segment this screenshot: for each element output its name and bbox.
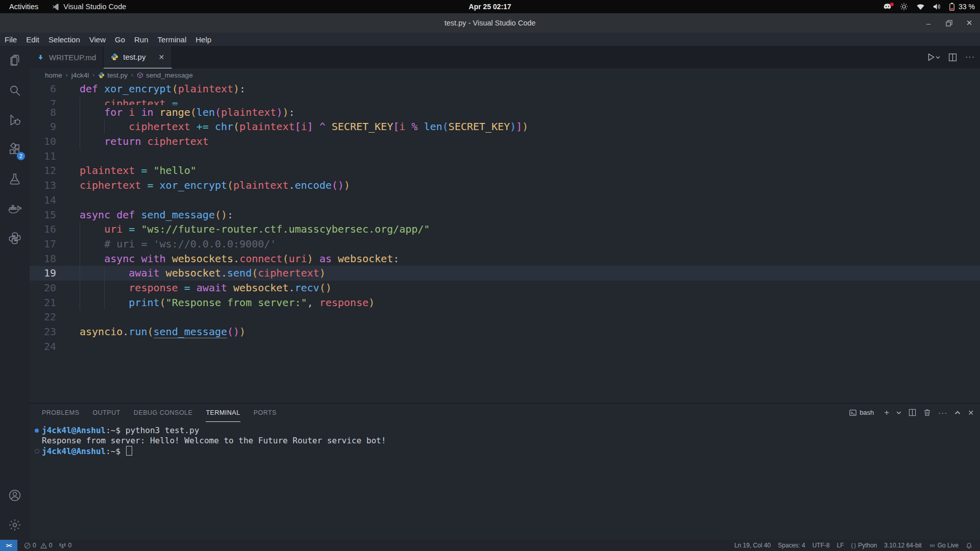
menu-item-edit[interactable]: Edit — [21, 33, 44, 46]
terminal-text: python3 test.py — [126, 425, 200, 435]
panel-tab-debug-console[interactable]: DEBUG CONSOLE — [134, 404, 193, 422]
code-line-24[interactable]: 24 — [30, 339, 980, 354]
close-window-button[interactable]: ✕ — [963, 16, 976, 30]
wifi-icon[interactable] — [916, 4, 925, 10]
more-actions-button[interactable]: ··· — [965, 53, 975, 62]
code-line-19[interactable]: 19 await websocket.send(ciphertext) — [30, 266, 980, 281]
panel-tab-problems[interactable]: PROBLEMS — [42, 404, 79, 422]
tab-test.py[interactable]: test.py✕ — [104, 46, 172, 68]
panel-tab-terminal[interactable]: TERMINAL — [206, 404, 240, 422]
terminal-output[interactable]: j4ck4l@Anshul:~$ python3 test.pyResponse… — [30, 421, 980, 540]
notifications-bell[interactable] — [962, 542, 976, 549]
token — [98, 83, 104, 95]
encoding-setting[interactable]: UTF-8 — [808, 542, 833, 549]
code-line-13[interactable]: 13ciphertext = xor_encrypt(plaintext.enc… — [30, 178, 980, 193]
code-line-16[interactable]: 16 uri = "ws://future-router.ctf.umasscy… — [30, 222, 980, 237]
line-number: 15 — [30, 208, 56, 222]
code-line-10[interactable]: 10 return ciphertext — [30, 134, 980, 149]
token: websocket — [166, 267, 221, 279]
code-line-14[interactable]: 14 — [30, 193, 980, 208]
terminal-shell-label[interactable]: bash — [849, 409, 874, 416]
testing-beaker-icon[interactable] — [0, 164, 30, 194]
code-line-18[interactable]: 18 async with websockets.connect(uri) as… — [30, 252, 980, 266]
minimize-button[interactable]: – — [922, 16, 935, 30]
eol-setting[interactable]: LF — [833, 542, 847, 549]
code-line-9[interactable]: 9 ciphertext += chr(plaintext[i] ^ SECRE… — [30, 119, 980, 134]
settings-gear-icon[interactable] — [0, 510, 30, 540]
panel-tab-ports[interactable]: PORTS — [254, 404, 277, 422]
code-line-7[interactable]: 7 ciphertext = — [30, 96, 980, 105]
python-interpreter[interactable]: 3.10.12 64-bit — [880, 542, 925, 549]
remote-indicator[interactable]: >< — [0, 540, 17, 551]
breadcrumb-symbol[interactable]: send_message — [137, 71, 193, 79]
token — [178, 282, 184, 294]
close-panel-button[interactable]: ✕ — [968, 409, 974, 417]
run-python-file-button[interactable] — [926, 53, 940, 62]
panel-tab-output[interactable]: OUTPUT — [92, 404, 120, 422]
token: recv — [295, 282, 319, 294]
indent-guide — [80, 105, 80, 120]
code-line-23[interactable]: 23asyncio.run(send_message()) — [30, 324, 980, 339]
restore-button[interactable] — [942, 16, 955, 30]
breadcrumb-file[interactable]: test.py — [98, 71, 128, 79]
account-icon[interactable] — [0, 481, 30, 510]
explorer-icon[interactable] — [0, 46, 30, 76]
brightness-icon[interactable] — [900, 3, 908, 11]
menu-item-run[interactable]: Run — [130, 33, 153, 46]
breadcrumb-home[interactable]: home — [45, 71, 62, 79]
token: [ — [295, 120, 301, 133]
token: plaintext — [178, 83, 233, 95]
run-debug-icon[interactable] — [0, 105, 30, 135]
menu-item-selection[interactable]: Selection — [44, 33, 85, 46]
maximize-panel-button[interactable] — [954, 410, 961, 416]
close-tab-icon[interactable]: ✕ — [158, 53, 164, 61]
extensions-icon[interactable]: 2 — [0, 135, 30, 164]
new-terminal-button[interactable]: + — [884, 408, 889, 418]
menu-item-go[interactable]: Go — [110, 33, 130, 46]
indentation-setting[interactable]: Spaces: 4 — [774, 542, 808, 549]
code-line-8[interactable]: 8 for i in range(len(plaintext)): — [30, 105, 980, 120]
code-line-6[interactable]: 6def xor_encrypt(plaintext): — [30, 82, 980, 96]
split-terminal-button[interactable] — [909, 409, 916, 416]
python-extension-icon[interactable] — [0, 223, 30, 253]
token: ( — [172, 83, 178, 95]
terminal-dropdown-button[interactable] — [896, 410, 901, 415]
menu-bar: FileEditSelectionViewGoRunTerminalHelp — [0, 33, 980, 46]
battery-icon[interactable] — [949, 3, 954, 11]
docker-icon[interactable] — [0, 194, 30, 223]
kill-terminal-button[interactable] — [923, 409, 931, 416]
split-editor-button[interactable] — [948, 53, 957, 62]
code-text: asyncio.run(send_message()) — [80, 324, 246, 339]
language-mode[interactable]: { } Python — [847, 542, 880, 549]
cursor-position[interactable]: Ln 19, Col 40 — [731, 542, 774, 549]
code-line-17[interactable]: 17 # uri = 'ws://0.0.0.0:9000/' — [30, 237, 980, 252]
problems-status[interactable]: 0 0 — [20, 540, 56, 551]
token: ) — [369, 296, 375, 309]
tab-WRITEUP.md[interactable]: WRITEUP.md — [30, 46, 104, 68]
menu-item-help[interactable]: Help — [191, 33, 216, 46]
menu-item-view[interactable]: View — [85, 33, 110, 46]
token: ) — [282, 106, 288, 118]
code-line-21[interactable]: 21 print("Response from server:", respon… — [30, 295, 980, 310]
breadcrumb-user[interactable]: j4ck4l — [71, 71, 89, 79]
line-number: 17 — [30, 237, 56, 252]
discord-tray-icon[interactable] — [883, 4, 892, 10]
token: plaintext — [221, 106, 276, 118]
extensions-badge: 2 — [17, 152, 25, 160]
panel-more-button[interactable]: ··· — [938, 408, 947, 417]
volume-icon[interactable] — [933, 3, 941, 10]
ports-status[interactable]: 0 — [56, 540, 75, 551]
code-editor[interactable]: 6def xor_encrypt(plaintext):7 ciphertext… — [30, 82, 980, 403]
terminal-text: Response from server: Hello! Welcome to … — [42, 436, 386, 445]
code-line-22[interactable]: 22 — [30, 310, 980, 324]
menu-item-file[interactable]: File — [0, 33, 21, 46]
code-line-15[interactable]: 15async def send_message(): — [30, 208, 980, 222]
go-live-button[interactable]: Go Live — [925, 542, 962, 549]
code-line-20[interactable]: 20 response = await websocket.recv() — [30, 281, 980, 295]
clock[interactable]: Apr 25 02:17 — [0, 3, 980, 11]
menu-item-terminal[interactable]: Terminal — [153, 33, 191, 46]
code-line-12[interactable]: 12plaintext = "hello" — [30, 163, 980, 178]
code-line-11[interactable]: 11 — [30, 149, 980, 164]
token: SECRET_KEY — [332, 120, 393, 133]
search-icon[interactable] — [0, 76, 30, 105]
